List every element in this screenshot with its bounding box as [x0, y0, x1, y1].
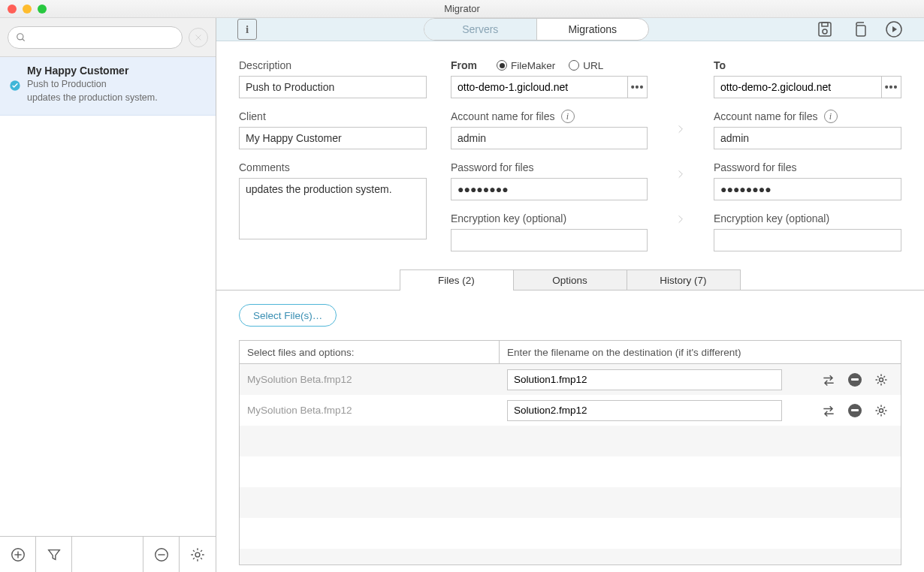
comments-input[interactable]: updates the production system. [239, 178, 427, 239]
svg-point-10 [195, 552, 200, 557]
from-account-input[interactable] [451, 127, 648, 149]
from-password-input[interactable] [451, 178, 648, 200]
from-enc-input[interactable] [451, 229, 648, 251]
svg-point-17 [880, 408, 883, 412]
to-label: To [714, 58, 901, 73]
tabs: Files (2) Options History (7) [216, 269, 924, 291]
sidebar-item-title: My Happy Customer [27, 65, 158, 77]
from-enc-label: Encryption key (optional) [451, 211, 648, 226]
source-file: MySolution Beta.fmp12 [247, 374, 507, 385]
info-icon[interactable]: i [824, 110, 838, 123]
description-input[interactable] [239, 76, 427, 98]
sidebar-item-line2: updates the production system. [27, 92, 158, 105]
info-button[interactable]: i [237, 19, 257, 40]
search-icon [16, 32, 26, 43]
to-account-input[interactable] [714, 127, 901, 149]
dest-file-input[interactable] [507, 400, 782, 421]
sidebar-item[interactable]: My Happy Customer Push to Production upd… [0, 57, 216, 116]
sidebar-search-bar [0, 18, 216, 57]
swap-icon[interactable] [821, 403, 836, 418]
table-row: MySolution Beta.fmp12 [240, 395, 901, 426]
files-table: Select files and options: Enter the file… [239, 340, 901, 565]
to-password-input[interactable] [714, 178, 901, 200]
from-host-input[interactable]: ••• [451, 76, 648, 98]
svg-point-0 [17, 33, 23, 39]
to-host-input[interactable]: ••• [714, 76, 901, 98]
sidebar: My Happy Customer Push to Production upd… [0, 18, 216, 572]
table-header-dest: Enter the filename on the destination (i… [500, 341, 901, 363]
gear-icon[interactable] [874, 403, 889, 418]
arrow-icon [675, 212, 686, 228]
svg-line-1 [23, 38, 25, 41]
tab-servers[interactable]: Servers [424, 19, 537, 40]
filter-button[interactable] [36, 537, 72, 572]
client-input[interactable] [239, 127, 427, 149]
sidebar-toolbar [0, 536, 216, 572]
radio-url[interactable]: URL [569, 60, 603, 71]
svg-point-16 [880, 378, 883, 381]
to-account-label: Account name for filesi [714, 109, 901, 124]
form: Description Client Comments updates the … [216, 41, 924, 269]
table-row: MySolution Beta.fmp12 [240, 364, 901, 395]
remove-button[interactable] [143, 537, 180, 572]
info-icon[interactable]: i [561, 110, 575, 123]
remove-row-icon[interactable] [848, 373, 862, 387]
to-password-label: Password for files [714, 160, 901, 175]
main: i Servers Migrations Description [216, 18, 924, 572]
from-account-label: Account name for filesi [451, 109, 648, 124]
table-body[interactable]: MySolution Beta.fmp12 MySolution Beta.fm… [240, 363, 901, 564]
remove-row-icon[interactable] [848, 404, 862, 417]
segmented-control: Servers Migrations [424, 18, 649, 41]
add-button[interactable] [0, 537, 36, 572]
clear-search-button[interactable] [189, 28, 208, 47]
table-header-source: Select files and options: [240, 341, 500, 363]
search-input[interactable] [8, 26, 183, 49]
svg-rect-12 [822, 23, 828, 26]
to-host-picker[interactable]: ••• [881, 77, 901, 98]
arrow-icon [675, 122, 686, 138]
from-password-label: Password for files [451, 160, 648, 175]
arrow-icon [675, 167, 686, 183]
select-files-button[interactable]: Select File(s)… [239, 304, 337, 327]
description-label: Description [239, 58, 427, 73]
svg-point-13 [823, 29, 827, 34]
radio-filemaker[interactable]: FileMaker [497, 60, 555, 71]
to-enc-label: Encryption key (optional) [714, 211, 901, 226]
tab-history[interactable]: History (7) [627, 269, 741, 291]
client-label: Client [239, 109, 427, 124]
check-icon [9, 80, 21, 104]
to-enc-input[interactable] [714, 229, 901, 251]
from-label: From FileMaker URL [451, 58, 648, 73]
comments-label: Comments [239, 160, 427, 175]
tab-options[interactable]: Options [513, 269, 627, 291]
topbar: i Servers Migrations [216, 18, 924, 41]
source-file: MySolution Beta.fmp12 [247, 405, 507, 416]
dest-file-input[interactable] [507, 369, 782, 390]
settings-button[interactable] [180, 537, 216, 572]
save-icon[interactable] [816, 20, 834, 38]
play-icon[interactable] [885, 20, 903, 38]
window-title: Migrator [0, 3, 924, 14]
titlebar: Migrator [0, 0, 924, 18]
from-host-picker[interactable]: ••• [627, 77, 647, 98]
files-area: Select File(s)… Select files and options… [216, 291, 924, 572]
sidebar-list: My Happy Customer Push to Production upd… [0, 57, 216, 536]
tab-migrations[interactable]: Migrations [537, 19, 649, 40]
close-icon [194, 33, 203, 42]
gear-icon[interactable] [874, 372, 889, 387]
swap-icon[interactable] [821, 372, 836, 387]
copy-icon[interactable] [850, 20, 868, 38]
sidebar-item-line1: Push to Production [27, 78, 158, 92]
tab-files[interactable]: Files (2) [400, 269, 514, 291]
svg-rect-14 [856, 26, 865, 36]
